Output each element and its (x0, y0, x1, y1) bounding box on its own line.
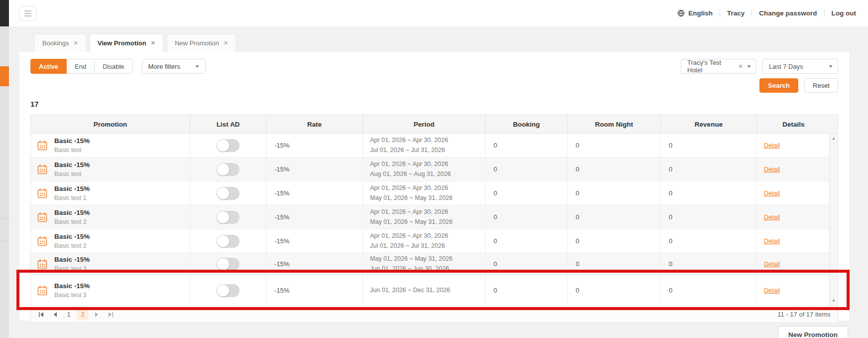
page-2-button-current[interactable]: 2 (77, 309, 88, 320)
first-page-button[interactable] (34, 309, 48, 321)
tab-new-promotion[interactable]: New Promotion ✕ (167, 34, 236, 52)
period-cell: May 01, 2026 ~ May 31, 2026Jun 01, 2026 … (363, 253, 486, 275)
more-filters-dropdown[interactable]: More filters (142, 59, 206, 74)
table-row: Basic -15% Basic test 3 -15% May 01, 202… (31, 253, 838, 275)
booking-cell: 0 (486, 158, 568, 181)
booking-cell: 0 (486, 275, 568, 306)
scroll-up-icon[interactable]: ▲ (830, 136, 838, 141)
promotion-subtitle: Basic test 2 (54, 242, 90, 249)
period-cell: Apr 01, 2026 ~ Apr 30, 2026Jul 01, 2026 … (363, 134, 486, 157)
language-label: English (688, 9, 713, 17)
date-range-select[interactable]: Last 7 Days (762, 59, 838, 74)
promotion-title: Basic -15% (54, 282, 90, 290)
detail-link[interactable]: Detail (764, 214, 780, 221)
table-body: Basic -15% Basic test -15% Apr 01, 2026 … (31, 134, 838, 306)
period-cell: Apr 01, 2026 ~ Apr 30, 2026Aug 01, 2026 … (363, 158, 486, 181)
revenue-cell: 0 (661, 275, 757, 306)
table-row: Basic -15% Basic test 3 -15% Jun 01, 202… (31, 275, 838, 306)
column-header-details: Details (757, 115, 830, 133)
column-header-room-night: Room Night (568, 115, 661, 133)
close-icon[interactable]: ✕ (224, 40, 228, 46)
clear-icon[interactable]: ✕ (738, 63, 743, 70)
promotion-subtitle: Basic test 3 (54, 292, 90, 299)
tab-view-promotion[interactable]: View Promotion ✕ (90, 34, 163, 52)
list-ad-toggle-off[interactable] (217, 284, 240, 297)
detail-link[interactable]: Detail (764, 190, 780, 197)
reset-button[interactable]: Reset (804, 78, 838, 93)
scroll-down-icon[interactable]: ▼ (830, 299, 838, 303)
next-page-button[interactable] (90, 309, 104, 321)
period-cell: Jun 01, 2026 ~ Dec 31, 2026 (363, 275, 486, 306)
result-count: 17 (30, 100, 838, 108)
tab-bookings[interactable]: Bookings ✕ (34, 34, 86, 52)
table-footer: 1 2 11 - 17 of 17 items (30, 306, 838, 323)
tab-label: New Promotion (175, 39, 219, 47)
sidebar-divider (0, 241, 9, 241)
rate-cell: -15% (266, 181, 363, 205)
user-name-link[interactable]: Tracy (727, 9, 744, 17)
rate-cell: -15% (266, 205, 363, 229)
table-row: Basic -15% Basic test 1 -15% Apr 01, 202… (31, 181, 838, 205)
table-scrollbar[interactable]: ▲ ▼ (829, 134, 838, 306)
room-night-cell: 0 (568, 134, 661, 157)
toggle-knob (217, 164, 229, 175)
booking-cell: 0 (486, 134, 568, 157)
close-icon[interactable]: ✕ (151, 40, 155, 46)
revenue-cell: 0 (661, 158, 757, 181)
list-ad-toggle-off[interactable] (217, 187, 240, 200)
new-promotion-button[interactable]: New Promotion (778, 326, 848, 338)
promotion-cell: Basic -15% Basic test 3 (31, 253, 190, 275)
filter-end-button[interactable]: End (67, 59, 95, 74)
booking-cell: 0 (486, 253, 568, 275)
list-ad-toggle-off[interactable] (217, 235, 240, 248)
promotion-title: Basic -15% (54, 256, 90, 263)
list-ad-toggle-off[interactable] (217, 139, 240, 152)
detail-link[interactable]: Detail (764, 261, 780, 268)
calendar-icon (37, 236, 48, 247)
language-selector[interactable]: English (677, 9, 713, 17)
detail-link[interactable]: Detail (764, 142, 780, 149)
hotel-select[interactable]: Tracy's Test Hotel ✕ (681, 59, 756, 74)
page-1-button[interactable]: 1 (63, 309, 74, 320)
revenue-cell: 0 (661, 134, 757, 157)
column-header-list-ad: List AD (190, 115, 266, 133)
room-night-cell: 0 (568, 205, 661, 229)
filter-active-button[interactable]: Active (30, 59, 67, 74)
sidebar-active-item[interactable] (0, 66, 9, 86)
table-row: Basic -15% Basic test 2 -15% Apr 01, 202… (31, 205, 838, 229)
list-ad-toggle-off[interactable] (217, 258, 240, 271)
change-password-link[interactable]: Change password (759, 9, 817, 17)
room-night-cell: 0 (568, 158, 661, 181)
table-header-row: Promotion List AD Rate Period Booking Ro… (31, 115, 838, 134)
detail-link[interactable]: Detail (764, 166, 780, 173)
filter-disable-button[interactable]: Disable (95, 59, 132, 74)
content-card: Active End Disable More filters Tracy's … (19, 52, 849, 321)
close-icon[interactable]: ✕ (73, 40, 78, 46)
toggle-knob (217, 187, 229, 199)
table-row: Basic -15% Basic test -15% Apr 01, 2026 … (31, 158, 838, 181)
promotion-cell: Basic -15% Basic test 2 (31, 205, 190, 229)
room-night-cell: 0 (568, 181, 661, 205)
list-ad-cell (190, 275, 266, 306)
list-ad-toggle-off[interactable] (217, 163, 240, 176)
period-cell: Apr 01, 2026 ~ Apr 30, 2026May 01, 2026 … (363, 181, 486, 205)
hamburger-menu-button[interactable] (19, 6, 37, 21)
column-header-rate: Rate (266, 115, 363, 133)
search-button[interactable]: Search (759, 78, 798, 93)
detail-link[interactable]: Detail (764, 287, 780, 294)
promotion-subtitle: Basic test 3 (54, 265, 90, 272)
list-ad-toggle-off[interactable] (217, 211, 240, 224)
tab-label: Bookings (42, 39, 69, 47)
top-bar: English Tracy Change password Log out (9, 0, 868, 26)
toggle-knob (217, 211, 229, 223)
logout-link[interactable]: Log out (832, 9, 856, 17)
prev-page-button[interactable] (48, 309, 62, 321)
details-cell: Detail (757, 158, 830, 181)
detail-link[interactable]: Detail (764, 238, 780, 245)
hamburger-icon (24, 10, 31, 11)
globe-icon (677, 9, 685, 17)
search-filters: Tracy's Test Hotel ✕ Last 7 Days (681, 59, 838, 74)
promotion-cell: Basic -15% Basic test (31, 158, 190, 181)
divider (751, 9, 752, 17)
last-page-button[interactable] (104, 309, 118, 321)
